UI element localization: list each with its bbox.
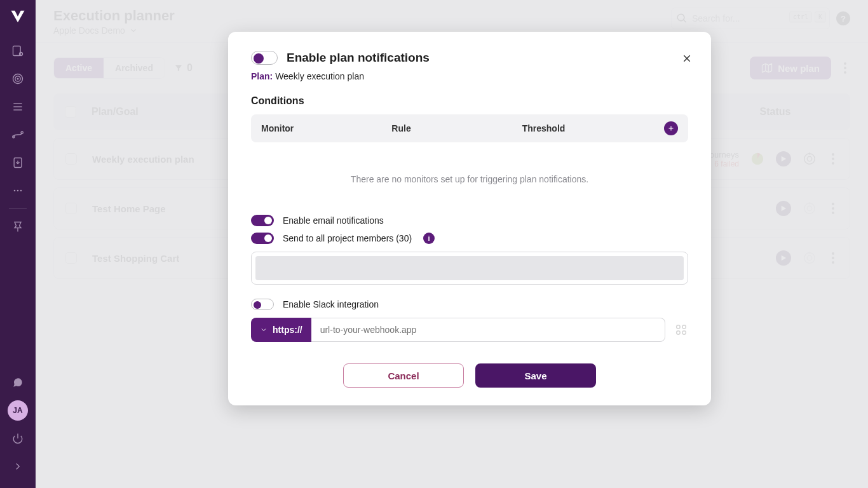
notifications-modal: Enable plan notifications Plan: Weekly e… [228, 32, 711, 405]
enable-email-toggle[interactable] [251, 215, 274, 226]
enable-slack-toggle[interactable] [251, 299, 274, 310]
conditions-header: Monitor Rule Threshold [251, 114, 688, 142]
chevron-down-icon [260, 326, 268, 334]
modal-title: Enable plan notifications [287, 51, 430, 65]
nav-item-5[interactable] [6, 151, 29, 174]
svg-point-4 [17, 78, 18, 79]
user-avatar[interactable]: JA [8, 400, 28, 421]
chat-icon[interactable] [6, 371, 29, 394]
svg-point-2 [13, 74, 23, 84]
save-button[interactable]: Save [475, 363, 596, 388]
send-all-members-toggle[interactable] [251, 233, 274, 244]
close-icon[interactable] [679, 51, 695, 66]
nav-item-4[interactable] [6, 123, 29, 146]
power-icon[interactable] [6, 427, 29, 450]
plan-line: Plan: Weekly execution plan [251, 71, 688, 81]
recipients-input-disabled [251, 252, 688, 285]
slack-icon [674, 323, 688, 337]
nav-item-3[interactable] [6, 95, 29, 118]
svg-point-47 [682, 325, 686, 329]
svg-point-1 [20, 53, 23, 56]
conditions-heading: Conditions [251, 95, 688, 107]
logo-icon[interactable] [9, 8, 27, 25]
sidebar-separator [9, 208, 27, 209]
col-monitor: Monitor [261, 123, 391, 133]
col-threshold: Threshold [522, 123, 653, 133]
svg-point-48 [677, 331, 681, 335]
expand-icon[interactable] [6, 455, 29, 478]
conditions-empty: There are no monitors set up for trigger… [251, 142, 688, 215]
svg-point-49 [682, 331, 686, 335]
webhook-url-input[interactable] [311, 318, 665, 342]
nav-more[interactable] [6, 179, 29, 202]
svg-point-14 [20, 190, 22, 192]
svg-point-13 [17, 190, 19, 192]
svg-point-9 [21, 132, 23, 133]
email-label: Enable email notifications [283, 215, 384, 226]
members-label: Send to all project members (30) [283, 233, 412, 243]
svg-point-3 [15, 76, 20, 81]
add-condition-button[interactable] [664, 121, 678, 135]
url-protocol-select[interactable]: https:// [251, 318, 311, 342]
cancel-button[interactable]: Cancel [343, 363, 464, 388]
nav-item-2[interactable] [6, 67, 29, 90]
enable-notifications-toggle[interactable] [251, 51, 278, 65]
svg-point-8 [13, 136, 15, 138]
col-rule: Rule [391, 123, 522, 133]
svg-point-46 [677, 325, 681, 329]
slack-label: Enable Slack integration [283, 299, 379, 309]
nav-pin[interactable] [6, 215, 29, 238]
nav-item-1[interactable] [6, 39, 29, 62]
svg-point-12 [14, 190, 16, 192]
sidebar: JA [0, 0, 36, 488]
info-icon[interactable]: i [423, 233, 435, 244]
